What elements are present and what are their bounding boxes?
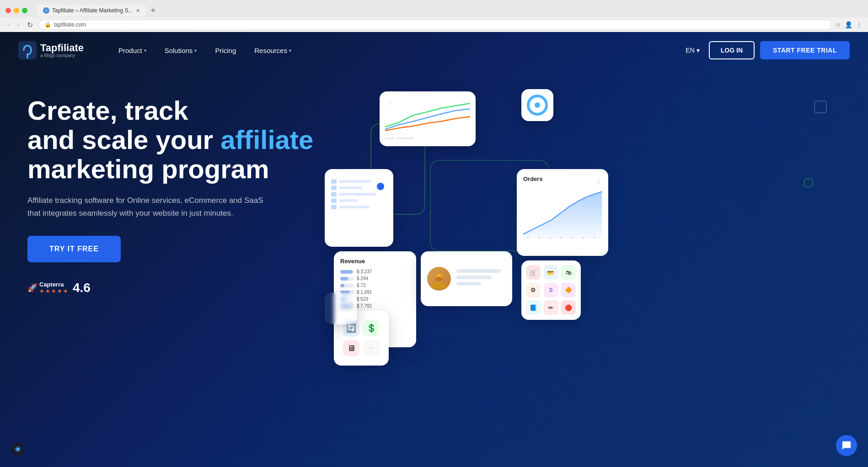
logo-sub: a Mitgo company xyxy=(40,53,84,58)
orders-header: Orders ⋮ xyxy=(523,175,602,186)
chat-icon xyxy=(841,440,852,451)
star-1: ★ xyxy=(39,288,44,294)
capterra-stars: ★ ★ ★ ★ ★ xyxy=(39,288,68,294)
integration-icon-dots: ··· xyxy=(363,340,380,356)
chat-widget[interactable] xyxy=(836,435,857,456)
profile-line-1 xyxy=(456,269,501,273)
mitgo-icon xyxy=(14,446,21,453)
capterra-label: Capterra xyxy=(39,281,68,288)
integration-icon-3: 🖥 xyxy=(343,340,359,356)
circle-dot xyxy=(535,102,540,108)
browser-controls: ‹ › ↻ 🔒 tapfiliate.com ☆ 👤 ⋮ xyxy=(0,17,868,32)
hero-section: Create, track and scale your affiliate m… xyxy=(0,69,868,361)
profile-line-2 xyxy=(456,276,491,279)
try-free-button[interactable]: TRY IT FREE xyxy=(27,236,121,262)
nav-links: Product ▾ Solutions ▾ Pricing Resources … xyxy=(111,43,682,58)
circle-inner xyxy=(527,95,548,116)
refresh-button[interactable]: ↻ xyxy=(25,20,35,30)
svg-point-13 xyxy=(583,237,584,239)
close-button[interactable] xyxy=(5,8,11,13)
star-3: ★ xyxy=(51,288,56,294)
icon-extra3: 🔴 xyxy=(561,300,576,315)
svg-point-9 xyxy=(538,237,540,239)
capterra-badge: 🚀 Capterra ★ ★ ★ ★ ★ 4.6 xyxy=(27,281,325,295)
svg-point-12 xyxy=(571,237,573,239)
revenue-row-1: $ 3.237 xyxy=(340,269,410,274)
nav-solutions[interactable]: Solutions ▾ xyxy=(157,43,204,58)
language-selector[interactable]: EN ▾ xyxy=(682,44,703,57)
avatar-svg xyxy=(429,269,449,288)
logo[interactable]: Tapfiliate a Mitgo company xyxy=(18,41,84,59)
icon-woocommerce: 🛒 xyxy=(526,265,541,280)
svg-point-5 xyxy=(435,277,443,281)
mitgo-badge[interactable] xyxy=(11,442,25,456)
widget-icon-grid: 🛒 💳 🛍 ⚙ S 🔶 📘 ✏ 🔴 xyxy=(521,260,581,320)
start-trial-button[interactable]: START FREE TRIAL xyxy=(760,41,850,59)
icon-magento: ⚙ xyxy=(526,283,541,297)
maximize-button[interactable] xyxy=(22,8,27,13)
url-bar[interactable]: 🔒 tapfiliate.com xyxy=(38,20,831,30)
float-square-2 xyxy=(804,178,813,187)
lang-chevron-icon: ▾ xyxy=(697,47,700,54)
resources-chevron-icon: ▾ xyxy=(289,48,291,53)
new-tab-button[interactable]: + xyxy=(148,6,159,16)
rev-amount-6: $ 7.782 xyxy=(357,303,372,308)
svg-point-10 xyxy=(549,237,551,239)
orders-menu-icon: ⋮ xyxy=(595,177,602,185)
hero-description: Affiliate tracking software for Online s… xyxy=(27,194,265,219)
browser-actions: ☆ 👤 ⋮ xyxy=(835,21,863,28)
rev-bar-fill-2 xyxy=(340,277,348,281)
nav-pricing[interactable]: Pricing xyxy=(208,43,243,58)
active-tab[interactable]: T Tapfiliate – Affiliate Marketing S... … xyxy=(37,5,146,16)
tab-close-button[interactable]: ✕ xyxy=(136,8,140,14)
star-2: ★ xyxy=(45,288,50,294)
minimize-button[interactable] xyxy=(14,8,19,13)
logo-name: Tapfiliate xyxy=(40,43,84,53)
integration-icon-2: 💲 xyxy=(363,320,380,336)
svg-point-14 xyxy=(594,237,595,239)
tab-favicon: T xyxy=(43,7,49,14)
menu-button[interactable]: ⋮ xyxy=(856,21,863,28)
revenue-title: Revenue xyxy=(340,258,410,265)
forward-button[interactable]: › xyxy=(15,20,21,30)
traffic-lights xyxy=(5,8,27,13)
chart-svg: ↑ xyxy=(385,97,470,133)
widget-chart: ↑ xyxy=(380,91,476,146)
hero-left: Create, track and scale your affiliate m… xyxy=(27,87,325,361)
rev-bar-container-2 xyxy=(340,277,354,281)
nav-resources[interactable]: Resources ▾ xyxy=(247,43,299,58)
revenue-row-2: $ 244 xyxy=(340,276,410,281)
profile-button[interactable]: 👤 xyxy=(845,21,852,28)
orders-title: Orders xyxy=(523,175,543,182)
browser-tabs: T Tapfiliate – Affiliate Marketing S... … xyxy=(0,0,868,17)
svg-point-11 xyxy=(560,237,562,239)
rev-bar-container-1 xyxy=(340,270,354,274)
paypal-svg: 💳 xyxy=(547,268,555,276)
rev-amount-4: $ 1.091 xyxy=(357,290,372,295)
login-button[interactable]: LOG IN xyxy=(709,41,755,59)
chart-legend xyxy=(385,137,470,139)
rev-amount-3: $ 72 xyxy=(357,283,365,288)
star-5: ★ xyxy=(63,288,68,294)
nav-actions: EN ▾ LOG IN START FREE TRIAL xyxy=(682,41,850,59)
logo-text: Tapfiliate a Mitgo company xyxy=(40,43,84,58)
solutions-chevron-icon: ▾ xyxy=(194,48,197,53)
rev-amount-5: $ 523 xyxy=(357,297,368,302)
nav-product[interactable]: Product ▾ xyxy=(111,43,154,58)
capterra-rocket-icon: 🚀 xyxy=(27,283,38,293)
rev-amount-2: $ 244 xyxy=(357,276,368,281)
profile-avatar xyxy=(427,267,451,291)
product-chevron-icon: ▾ xyxy=(144,48,146,53)
bookmark-button[interactable]: ☆ xyxy=(835,21,841,28)
rev-bar-fill-1 xyxy=(340,270,353,274)
svg-text:💳: 💳 xyxy=(547,269,554,276)
back-button[interactable]: ‹ xyxy=(5,20,11,30)
navbar: Tapfiliate a Mitgo company Product ▾ Sol… xyxy=(0,32,868,69)
widget-small-float xyxy=(325,292,357,324)
rev-bar-fill-3 xyxy=(340,284,344,287)
capterra-rating: 4.6 xyxy=(73,281,91,295)
svg-point-17 xyxy=(16,448,20,451)
profile-line-3 xyxy=(456,282,481,286)
hero-title-highlight: affiliate xyxy=(220,125,313,154)
icon-wordpress: 📘 xyxy=(526,300,541,315)
